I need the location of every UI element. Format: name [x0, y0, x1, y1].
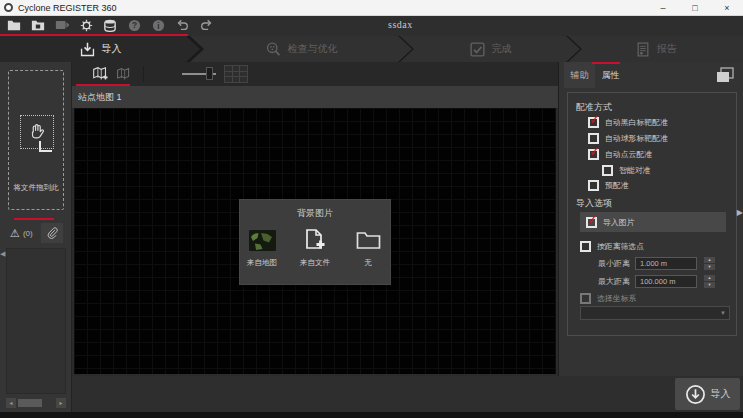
step-finalize[interactable]: 完成	[400, 36, 580, 62]
option-filter-by-distance[interactable]: 按距离筛选点	[580, 240, 645, 253]
coordinate-system-dropdown[interactable]: ▼	[580, 306, 730, 320]
step-up-icon: ▲	[704, 257, 715, 263]
links-paperclip-tab[interactable]	[41, 223, 63, 243]
collapse-sidebar-icon[interactable]: ◀	[0, 250, 5, 258]
tab-assist[interactable]: 辅助	[564, 62, 595, 88]
min-distance-field[interactable]: 1.000 m	[635, 257, 697, 270]
bottom-bar: 导入	[72, 376, 743, 412]
checkbox-icon[interactable]	[588, 133, 599, 144]
min-distance-label: 最小距离	[598, 258, 630, 269]
sitemap-canvas[interactable]: 背景图片 来自地图 来自文件	[74, 108, 556, 374]
redo-icon[interactable]	[198, 18, 214, 33]
step-import[interactable]: 导入	[0, 36, 200, 62]
step-up-icon: ▲	[704, 275, 715, 281]
save-project-icon[interactable]	[30, 18, 46, 33]
import-settings-box: 配准方式 自动黑白标靶配准 自动球形标靶配准 自动点云配准 智能对准	[567, 92, 737, 336]
step-review-optimize-label: 检查与优化	[288, 42, 338, 56]
info-icon[interactable]: i	[150, 18, 166, 33]
step-down-icon: ▼	[704, 282, 715, 288]
checkbox-checked-icon[interactable]	[586, 217, 597, 228]
issues-list[interactable]	[6, 248, 66, 394]
left-active-tab-indicator	[14, 218, 54, 220]
step-import-label: 导入	[102, 42, 122, 56]
checkbox-checked-icon[interactable]	[588, 149, 599, 160]
checkbox-disabled-icon[interactable]	[580, 293, 591, 304]
paperclip-icon	[46, 227, 58, 239]
storage-database-icon[interactable]	[102, 18, 118, 33]
scroll-left-icon[interactable]: ◄	[6, 398, 16, 408]
expand-panel-icon[interactable]: ▶	[737, 208, 743, 217]
scrollbar-thumb[interactable]	[18, 399, 42, 407]
min-distance-row: 最小距离 1.000 m ▲▼	[598, 256, 715, 270]
checkbox-checked-icon[interactable]	[588, 117, 599, 128]
scroll-right-icon[interactable]: ►	[56, 398, 66, 408]
step-report[interactable]: 报告	[568, 36, 743, 62]
slider-handle[interactable]	[206, 67, 213, 80]
option-auto-bw-target[interactable]: 自动黑白标靶配准	[588, 116, 669, 129]
max-distance-field[interactable]: 100.000 m	[635, 275, 697, 288]
right-active-tab-indicator	[592, 62, 620, 64]
background-image-dialog: 背景图片 来自地图 来自文件	[240, 200, 390, 284]
checkbox-icon[interactable]	[602, 165, 613, 176]
max-distance-stepper[interactable]: ▲▼	[704, 275, 715, 288]
option-select-coordinate-system[interactable]: 选择坐标系	[580, 292, 637, 305]
import-options-section-title: 导入选项	[576, 197, 612, 210]
popout-window-icon[interactable]	[715, 66, 735, 84]
left-panel-tabs: ⚠ (0)	[10, 222, 70, 244]
min-distance-stepper[interactable]: ▲▼	[704, 257, 715, 270]
finalize-step-icon	[469, 41, 486, 58]
file-plus-icon	[303, 227, 327, 253]
checkbox-icon[interactable]	[588, 180, 599, 191]
settings-gear-icon[interactable]	[78, 18, 94, 33]
svg-text:i: i	[157, 20, 159, 30]
maximize-button[interactable]: □	[679, 0, 711, 15]
issues-warning-icon[interactable]: ⚠	[10, 228, 20, 239]
step-down-icon: ▼	[704, 264, 715, 270]
project-name: ssdax	[388, 19, 413, 30]
workflow-steps: 导入 检查与优化 完成 报告	[0, 36, 743, 62]
left-sidebar: 将文件拖到此 ⚠ (0) ◄ ► ◀	[0, 62, 72, 412]
close-button[interactable]: ×	[711, 0, 743, 15]
add-sitemap-icon[interactable]	[92, 66, 108, 82]
help-icon[interactable]: ?	[126, 18, 142, 33]
checkbox-icon[interactable]	[580, 241, 591, 252]
svg-text:?: ?	[131, 20, 136, 30]
sitemap-panel: 站点地图 1 背景图片 来自地图 来自文件	[72, 62, 558, 376]
review-optimize-step-icon	[265, 41, 282, 58]
option-none[interactable]: 无	[346, 227, 390, 268]
option-from-map[interactable]: 来自地图	[240, 227, 284, 268]
step-report-label: 报告	[657, 42, 677, 56]
option-pre-registration[interactable]: 预配准	[588, 179, 629, 192]
right-panel: 辅助 属性 配准方式 自动黑白标靶配准 自动球形标靶配准	[558, 62, 743, 376]
option-auto-sphere-target[interactable]: 自动球形标靶配准	[588, 132, 669, 145]
option-import-images[interactable]: 导入图片	[580, 212, 726, 232]
option-none-label: 无	[364, 257, 372, 267]
sitemap-toolbar	[72, 62, 558, 86]
window-bottom-edge	[0, 412, 743, 418]
step-review-optimize[interactable]: 检查与优化	[190, 36, 412, 62]
undo-icon[interactable]	[174, 18, 190, 33]
zoom-slider[interactable]	[182, 65, 216, 83]
drop-corner-bracket	[39, 141, 52, 152]
issues-count: (0)	[23, 229, 33, 238]
sitemap-tab-label[interactable]: 站点地图 1	[78, 91, 122, 104]
open-project-icon[interactable]	[6, 18, 22, 33]
grid-view-icon[interactable]	[224, 65, 248, 83]
import-button[interactable]: 导入	[675, 378, 740, 410]
option-auto-cloud[interactable]: 自动点云配准	[588, 148, 653, 161]
sitemap-tabbar: 站点地图 1	[72, 86, 558, 108]
option-smart-align[interactable]: 智能对准	[602, 164, 651, 177]
tab-properties[interactable]: 属性	[595, 62, 626, 88]
max-distance-label: 最大距离	[598, 276, 630, 287]
minimize-button[interactable]: –	[647, 0, 679, 15]
right-panel-tabs: 辅助 属性	[559, 62, 743, 88]
option-from-file-label: 来自文件	[300, 257, 330, 267]
file-dropzone[interactable]: 将文件拖到此	[8, 70, 64, 210]
left-horizontal-scrollbar[interactable]: ◄ ►	[6, 398, 66, 408]
import-archive-icon[interactable]	[54, 18, 70, 33]
empty-folder-icon	[356, 227, 381, 253]
option-from-file[interactable]: 来自文件	[293, 227, 337, 268]
cyclone-register-360-window: Cyclone REGISTER 360 – □ × ? i	[0, 0, 743, 418]
sitemap-icon[interactable]	[116, 67, 131, 82]
window-title: Cyclone REGISTER 360	[18, 3, 117, 13]
